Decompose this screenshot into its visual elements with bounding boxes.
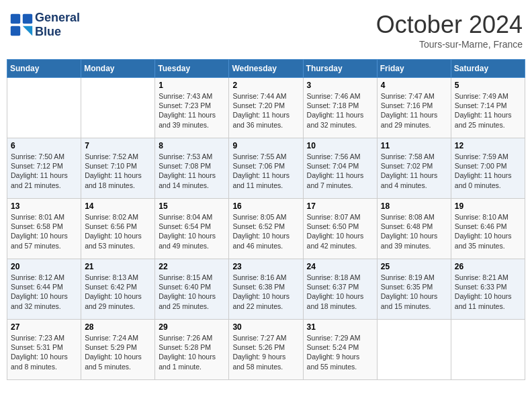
day-info: Sunrise: 8:04 AMSunset: 6:54 PMDaylight:…	[159, 212, 225, 250]
calendar-cell: 1Sunrise: 7:43 AMSunset: 7:23 PMDaylight…	[155, 78, 229, 138]
logo-icon	[9, 13, 34, 37]
calendar-table: SundayMondayTuesdayWednesdayThursdayFrid…	[7, 59, 525, 380]
day-info: Sunrise: 8:08 AMSunset: 6:48 PMDaylight:…	[381, 212, 447, 250]
calendar-cell: 26Sunrise: 8:21 AMSunset: 6:33 PMDayligh…	[451, 259, 525, 320]
calendar-cell: 2Sunrise: 7:44 AMSunset: 7:20 PMDaylight…	[229, 78, 303, 138]
day-info: Sunrise: 8:07 AMSunset: 6:50 PMDaylight:…	[307, 212, 373, 250]
calendar-cell: 15Sunrise: 8:04 AMSunset: 6:54 PMDayligh…	[155, 199, 229, 259]
day-number: 4	[381, 81, 447, 90]
calendar-cell: 21Sunrise: 8:13 AMSunset: 6:42 PMDayligh…	[81, 259, 155, 320]
calendar-week-1: 1Sunrise: 7:43 AMSunset: 7:23 PMDaylight…	[7, 78, 525, 138]
calendar-cell	[7, 78, 81, 138]
calendar-cell: 27Sunrise: 7:23 AMSunset: 5:31 PMDayligh…	[7, 320, 81, 380]
day-number: 18	[381, 201, 447, 211]
svg-rect-1	[11, 14, 20, 24]
day-info: Sunrise: 7:52 AMSunset: 7:10 PMDaylight:…	[85, 152, 151, 190]
day-info: Sunrise: 7:55 AMSunset: 7:06 PMDaylight:…	[232, 152, 299, 190]
calendar-cell: 24Sunrise: 8:18 AMSunset: 6:37 PMDayligh…	[303, 259, 377, 320]
calendar-cell: 5Sunrise: 7:49 AMSunset: 7:14 PMDaylight…	[451, 78, 525, 138]
calendar-cell: 30Sunrise: 7:27 AMSunset: 5:26 PMDayligh…	[229, 320, 303, 380]
calendar-week-5: 27Sunrise: 7:23 AMSunset: 5:31 PMDayligh…	[7, 320, 525, 380]
day-number: 12	[455, 141, 521, 150]
day-number: 22	[159, 262, 225, 271]
calendar-body: 1Sunrise: 7:43 AMSunset: 7:23 PMDaylight…	[7, 78, 525, 380]
calendar-cell: 11Sunrise: 7:58 AMSunset: 7:02 PMDayligh…	[377, 138, 451, 199]
day-number: 2	[232, 81, 299, 90]
day-info: Sunrise: 8:15 AMSunset: 6:40 PMDaylight:…	[159, 273, 225, 311]
weekday-header-sunday: Sunday	[7, 60, 81, 78]
day-number: 19	[455, 201, 521, 211]
day-info: Sunrise: 7:27 AMSunset: 5:26 PMDaylight:…	[232, 333, 299, 371]
calendar-cell: 6Sunrise: 7:50 AMSunset: 7:12 PMDaylight…	[7, 138, 81, 199]
day-info: Sunrise: 7:58 AMSunset: 7:02 PMDaylight:…	[381, 152, 447, 190]
calendar-cell: 12Sunrise: 7:59 AMSunset: 7:00 PMDayligh…	[451, 138, 525, 199]
weekday-header-tuesday: Tuesday	[155, 60, 229, 78]
calendar-week-3: 13Sunrise: 8:01 AMSunset: 6:58 PMDayligh…	[7, 199, 525, 259]
day-info: Sunrise: 8:02 AMSunset: 6:56 PMDaylight:…	[85, 212, 151, 250]
day-number: 26	[455, 262, 521, 271]
calendar-cell: 18Sunrise: 8:08 AMSunset: 6:48 PMDayligh…	[377, 199, 451, 259]
calendar-header: SundayMondayTuesdayWednesdayThursdayFrid…	[7, 60, 525, 78]
day-number: 9	[232, 141, 299, 150]
day-number: 31	[307, 322, 373, 332]
day-info: Sunrise: 8:19 AMSunset: 6:35 PMDaylight:…	[381, 273, 447, 311]
calendar-cell: 31Sunrise: 7:29 AMSunset: 5:24 PMDayligh…	[303, 320, 377, 380]
day-info: Sunrise: 7:49 AMSunset: 7:14 PMDaylight:…	[455, 91, 521, 130]
calendar-cell: 19Sunrise: 8:10 AMSunset: 6:46 PMDayligh…	[451, 199, 525, 259]
calendar-cell: 13Sunrise: 8:01 AMSunset: 6:58 PMDayligh…	[7, 199, 81, 259]
day-info: Sunrise: 8:10 AMSunset: 6:46 PMDaylight:…	[455, 212, 521, 250]
day-number: 13	[11, 201, 77, 211]
calendar-cell: 23Sunrise: 8:16 AMSunset: 6:38 PMDayligh…	[229, 259, 303, 320]
logo-general: General	[35, 11, 80, 24]
calendar-week-4: 20Sunrise: 8:12 AMSunset: 6:44 PMDayligh…	[7, 259, 525, 320]
day-number: 16	[232, 201, 299, 211]
svg-rect-3	[11, 26, 20, 36]
day-number: 14	[85, 201, 151, 211]
day-info: Sunrise: 7:44 AMSunset: 7:20 PMDaylight:…	[232, 91, 299, 130]
day-number: 25	[381, 262, 447, 271]
weekday-header-friday: Friday	[377, 60, 451, 78]
day-number: 1	[159, 81, 225, 90]
day-info: Sunrise: 8:12 AMSunset: 6:44 PMDaylight:…	[11, 273, 77, 311]
logo-blue: Blue	[35, 25, 61, 38]
day-info: Sunrise: 8:01 AMSunset: 6:58 PMDaylight:…	[11, 212, 77, 250]
svg-rect-2	[23, 14, 32, 24]
location-subtitle: Tours-sur-Marne, France	[376, 39, 523, 50]
calendar-cell: 20Sunrise: 8:12 AMSunset: 6:44 PMDayligh…	[7, 259, 81, 320]
day-info: Sunrise: 7:47 AMSunset: 7:16 PMDaylight:…	[381, 91, 447, 130]
calendar-cell: 22Sunrise: 8:15 AMSunset: 6:40 PMDayligh…	[155, 259, 229, 320]
title-area: October 2024 Tours-sur-Marne, France	[376, 11, 523, 50]
day-info: Sunrise: 8:13 AMSunset: 6:42 PMDaylight:…	[85, 273, 151, 311]
day-info: Sunrise: 8:16 AMSunset: 6:38 PMDaylight:…	[232, 273, 299, 311]
day-info: Sunrise: 7:26 AMSunset: 5:28 PMDaylight:…	[159, 333, 225, 371]
page-header: General Blue October 2024 Tours-sur-Marn…	[7, 7, 525, 54]
calendar-cell: 4Sunrise: 7:47 AMSunset: 7:16 PMDaylight…	[377, 78, 451, 138]
day-number: 28	[85, 322, 151, 332]
day-number: 6	[11, 141, 77, 150]
day-info: Sunrise: 7:43 AMSunset: 7:23 PMDaylight:…	[159, 91, 225, 130]
calendar-cell: 3Sunrise: 7:46 AMSunset: 7:18 PMDaylight…	[303, 78, 377, 138]
day-number: 8	[159, 141, 225, 150]
weekday-header-monday: Monday	[81, 60, 155, 78]
day-info: Sunrise: 7:46 AMSunset: 7:18 PMDaylight:…	[307, 91, 373, 130]
month-title: October 2024	[376, 11, 523, 39]
calendar-cell: 10Sunrise: 7:56 AMSunset: 7:04 PMDayligh…	[303, 138, 377, 199]
weekday-header-wednesday: Wednesday	[229, 60, 303, 78]
day-number: 3	[307, 81, 373, 90]
calendar-week-2: 6Sunrise: 7:50 AMSunset: 7:12 PMDaylight…	[7, 138, 525, 199]
logo: General Blue	[9, 11, 80, 39]
day-info: Sunrise: 7:56 AMSunset: 7:04 PMDaylight:…	[307, 152, 373, 190]
calendar-cell: 29Sunrise: 7:26 AMSunset: 5:28 PMDayligh…	[155, 320, 229, 380]
day-info: Sunrise: 7:53 AMSunset: 7:08 PMDaylight:…	[159, 152, 225, 190]
calendar-cell: 14Sunrise: 8:02 AMSunset: 6:56 PMDayligh…	[81, 199, 155, 259]
day-info: Sunrise: 7:29 AMSunset: 5:24 PMDaylight:…	[307, 333, 373, 371]
calendar-cell	[451, 320, 525, 380]
calendar-cell: 17Sunrise: 8:07 AMSunset: 6:50 PMDayligh…	[303, 199, 377, 259]
day-info: Sunrise: 7:59 AMSunset: 7:00 PMDaylight:…	[455, 152, 521, 190]
weekday-header-thursday: Thursday	[303, 60, 377, 78]
calendar-cell	[81, 78, 155, 138]
calendar-cell: 8Sunrise: 7:53 AMSunset: 7:08 PMDaylight…	[155, 138, 229, 199]
weekday-header-row: SundayMondayTuesdayWednesdayThursdayFrid…	[7, 60, 525, 78]
day-number: 30	[232, 322, 299, 332]
calendar-cell	[377, 320, 451, 380]
